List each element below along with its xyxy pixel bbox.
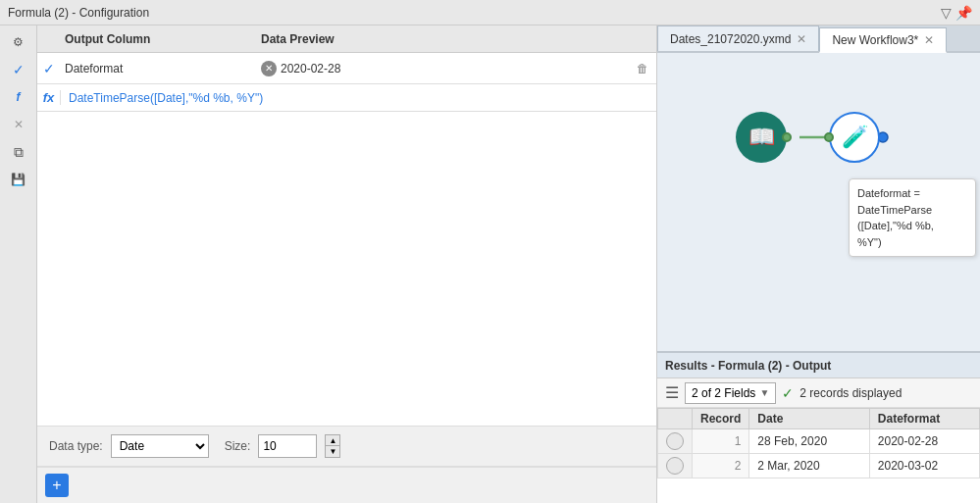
th-icon — [658, 409, 693, 429]
table-row: 1 28 Feb, 2020 2020-02-28 — [658, 429, 980, 454]
size-down-btn[interactable]: ▼ — [326, 446, 339, 457]
row-delete-btn[interactable]: 🗑 — [629, 62, 656, 75]
tooltip-line1: Dateformat = — [857, 185, 967, 202]
records-label: 2 records displayed — [799, 386, 902, 400]
results-header-text: Results - Formula (2) - Output — [665, 359, 831, 373]
title-bar: Formula (2) - Configuration ▽ 📌 — [0, 0, 980, 25]
results-toolbar: ☰ 2 of 2 Fields ▼ ✓ 2 records displayed — [657, 378, 980, 408]
data-table: Record Date Dateformat 1 28 Feb, 2020 — [657, 408, 980, 478]
size-input[interactable] — [258, 434, 317, 458]
main-layout: ⚙ ✓ f ✕ ⧉ 💾 Output Column Data Preview ✓ — [0, 25, 980, 503]
node-book-icon: 📖 — [736, 112, 787, 163]
tab-workflow-label: New Workflow3* — [832, 33, 918, 47]
tab-workflow[interactable]: New Workflow3* ✕ — [819, 27, 947, 53]
tab-dates-close[interactable]: ✕ — [797, 32, 806, 46]
toolbar-x-btn[interactable]: ✕ — [5, 112, 32, 137]
formula-row-1: ✓ Dateformat ✕ 2020-02-28 🗑 — [37, 53, 656, 84]
tab-bar: Dates_21072020.yxmd ✕ New Workflow3* ✕ — [657, 25, 980, 53]
add-row: + — [37, 467, 656, 503]
fields-dropdown-icon: ▼ — [759, 387, 769, 398]
row2-dateformat: 2020-03-02 — [869, 454, 979, 478]
datatype-select[interactable]: Date String Int32 Double DateTime — [111, 434, 209, 458]
preview-value: 2020-02-28 — [281, 62, 340, 75]
th-date: Date — [749, 409, 869, 429]
check-records-icon: ✓ — [782, 385, 794, 401]
pin-icon[interactable]: 📌 — [955, 5, 972, 21]
size-spinner[interactable]: ▲ ▼ — [325, 434, 340, 458]
left-toolbar: ⚙ ✓ f ✕ ⧉ 💾 — [0, 25, 37, 503]
row2-icon-cell — [658, 454, 693, 478]
results-panel: Results - Formula (2) - Output ☰ 2 of 2 … — [657, 351, 980, 503]
size-label: Size: — [225, 439, 251, 453]
row1-date: 28 Feb, 2020 — [749, 429, 869, 454]
table-row: 2 2 Mar, 2020 2020-03-02 — [658, 454, 980, 478]
th-record: Record — [693, 409, 749, 429]
tab-workflow-close[interactable]: ✕ — [924, 33, 934, 47]
tooltip-line4: %Y") — [857, 234, 967, 251]
node-formula[interactable]: 🧪 — [829, 112, 880, 163]
formula-expr-row: fx DateTimeParse([Date],"%d %b, %Y") — [37, 84, 656, 112]
formula-empty-area — [37, 112, 656, 427]
tooltip-line3: ([Date],"%d %b, — [857, 218, 967, 234]
col-headers: Output Column Data Preview — [37, 25, 656, 53]
row2-num: 2 — [693, 454, 749, 478]
tab-dates[interactable]: Dates_21072020.yxmd ✕ — [657, 25, 819, 51]
title-bar-left: Formula (2) - Configuration — [8, 6, 149, 20]
datatype-row: Data type: Date String Int32 Double Date… — [37, 427, 656, 467]
node-book[interactable]: 📖 — [736, 112, 787, 163]
table-container: Output Column Data Preview ✓ Dateformat … — [37, 25, 656, 503]
row2-icon — [666, 457, 684, 475]
book-right-connector — [782, 132, 792, 142]
row1-dateformat: 2020-02-28 — [869, 429, 979, 454]
left-panel: ⚙ ✓ f ✕ ⧉ 💾 Output Column Data Preview ✓ — [0, 25, 657, 503]
rows-icon: ☰ — [665, 383, 679, 402]
row-column-name[interactable]: Dateformat — [61, 62, 257, 75]
results-table: Record Date Dateformat 1 28 Feb, 2020 — [657, 408, 980, 503]
add-formula-btn[interactable]: + — [45, 474, 69, 497]
toolbar-fx-btn[interactable]: f — [5, 84, 32, 110]
formula-expression[interactable]: DateTimeParse([Date],"%d %b, %Y") — [61, 91, 656, 105]
row1-num: 1 — [693, 429, 749, 454]
tooltip-line2: DateTimeParse — [857, 202, 967, 219]
collapse-icon[interactable]: ▽ — [941, 5, 952, 21]
fx-label: fx — [37, 90, 61, 105]
datatype-label: Data type: — [49, 439, 103, 453]
row1-icon-cell — [658, 429, 693, 454]
right-panel: Dates_21072020.yxmd ✕ New Workflow3* ✕ — [657, 25, 980, 503]
table-header-row: Record Date Dateformat — [658, 409, 980, 429]
size-up-btn[interactable]: ▲ — [326, 435, 339, 446]
row-preview-cell: ✕ 2020-02-28 — [257, 61, 629, 76]
col-output-header: Output Column — [61, 32, 257, 46]
row2-date: 2 Mar, 2020 — [749, 454, 869, 478]
title-text: Formula (2) - Configuration — [8, 6, 149, 20]
toolbar-check-btn[interactable]: ✓ — [5, 57, 32, 82]
clear-btn[interactable]: ✕ — [261, 61, 277, 76]
node-tooltip: Dateformat = DateTimeParse ([Date],"%d %… — [849, 178, 976, 257]
node-formula-icon: 🧪 — [829, 112, 880, 163]
left-panel-inner: ⚙ ✓ f ✕ ⧉ 💾 Output Column Data Preview ✓ — [0, 25, 656, 503]
title-bar-right: ▽ 📌 — [941, 5, 972, 21]
toolbar-settings-btn[interactable]: ⚙ — [5, 29, 32, 55]
canvas-area: 📖 🧪 Dateformat = DateTimeParse ([Date],"… — [657, 53, 980, 351]
toolbar-copy-btn[interactable]: ⧉ — [5, 139, 32, 165]
fields-label: 2 of 2 Fields — [692, 386, 755, 400]
tab-dates-label: Dates_21072020.yxmd — [670, 32, 791, 46]
row1-icon — [666, 432, 684, 450]
row-checkmark: ✓ — [37, 61, 61, 76]
results-header: Results - Formula (2) - Output — [657, 353, 980, 378]
col-preview-header: Data Preview — [257, 32, 629, 46]
fields-btn[interactable]: 2 of 2 Fields ▼ — [685, 382, 776, 404]
th-dateformat: Dateformat — [869, 409, 979, 429]
toolbar-save-btn[interactable]: 💾 — [5, 167, 32, 192]
formula-left-connector — [824, 132, 834, 142]
